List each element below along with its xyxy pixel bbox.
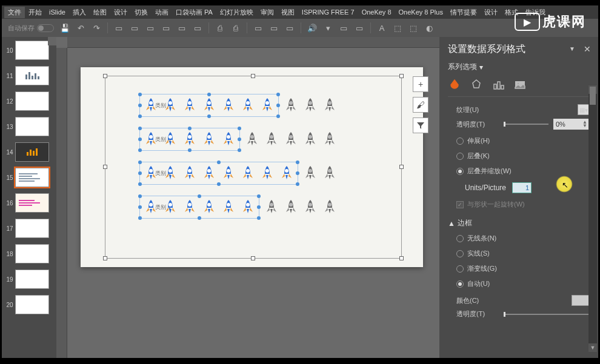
size-tab-icon[interactable] [492,78,505,91]
bar-group[interactable]: 类别 2 [139,160,337,187]
bar-group[interactable]: 类别 1 [139,194,337,220]
tool-icon[interactable]: ▾ [323,23,333,33]
grey-series-bar[interactable] [303,162,337,184]
border-section[interactable]: ▲边框 [448,218,590,228]
series-handle[interactable] [198,216,201,220]
menu-item[interactable]: 绘图 [90,7,110,18]
menu-item[interactable]: 插入 [69,7,90,18]
stack-radio[interactable]: 层叠(K) [448,148,590,164]
chart-plus-button[interactable]: + [413,76,428,92]
fill-tab-icon[interactable] [448,78,461,91]
menu-item[interactable]: ISPRING FREE 7 [298,7,358,17]
tool-icon[interactable]: ▭ [193,23,202,33]
series-handle[interactable] [138,104,142,107]
series-handle[interactable] [276,114,280,118]
resize-handle[interactable] [251,74,255,78]
slide-thumbnail[interactable] [15,244,49,263]
slide-thumbnail[interactable] [15,91,49,111]
series-handle[interactable] [198,194,201,198]
thumbnail-row[interactable]: 17 [4,219,54,238]
resize-handle[interactable] [399,256,404,260]
chart-brush-button[interactable]: 🖌 [413,97,428,113]
tool-icon[interactable]: ▭ [130,23,139,33]
blue-series-bar[interactable] [139,196,259,219]
series-handle[interactable] [257,205,261,209]
panel-scrollbar[interactable]: ▲ ▼ [588,85,597,352]
tool-icon[interactable]: ⎙ [231,23,241,33]
tool-icon[interactable]: ▭ [285,23,295,33]
undo-icon[interactable]: ↶ [76,23,85,33]
series-handle[interactable] [238,148,241,152]
spin-arrows-icon[interactable]: ▲▼ [582,121,587,128]
texture-button[interactable]: ▦▾ [578,104,590,115]
slide-thumbnail[interactable] [15,41,49,60]
series-handle[interactable] [296,182,299,186]
color-button[interactable]: ✎▾ [572,295,590,306]
panel-close-button[interactable]: ✕ [584,44,591,54]
scroll-down-icon[interactable]: ▼ [588,343,597,352]
series-handle[interactable] [138,114,142,118]
series-handle[interactable] [188,148,192,152]
series-options-dropdown[interactable]: 系列选项 ▾ [448,62,590,72]
transparency2-slider[interactable] [504,314,590,315]
tool-icon[interactable]: ▭ [339,23,348,33]
slider-thumb[interactable] [504,122,505,127]
sound-icon[interactable]: 🔊 [307,23,317,33]
series-handle[interactable] [138,148,142,152]
series-handle[interactable] [217,182,221,186]
effects-tab-icon[interactable] [470,78,483,91]
blue-series-bar[interactable] [139,128,240,151]
thumbnail-row[interactable]: 11 [4,66,54,85]
series-handle[interactable] [188,127,192,130]
thumbnail-row[interactable]: 12 [4,91,54,111]
series-handle[interactable] [276,93,280,96]
menu-item[interactable]: 开始 [25,7,45,18]
slide-thumbnails[interactable]: 1011121314151617181920 [2,37,56,358]
menu-item[interactable]: 情节提要 [447,7,481,18]
thumbnail-row[interactable]: 14 [4,142,54,162]
series-handle[interactable] [138,93,142,96]
series-handle[interactable] [207,93,211,96]
thumbnail-row[interactable]: 19 [4,270,54,289]
slide-thumbnail[interactable] [15,142,49,162]
series-handle[interactable] [238,137,241,141]
redo-icon[interactable]: ↷ [92,23,101,33]
thumbnail-row[interactable]: 16 [4,193,54,213]
series-handle[interactable] [296,160,299,164]
menu-item[interactable]: 动画 [152,7,172,18]
menu-item[interactable]: OneKey 8 Plus [395,7,447,17]
series-handle[interactable] [138,182,142,186]
tool-icon[interactable]: ▭ [269,23,279,33]
series-handle[interactable] [138,194,142,198]
tool-icon[interactable]: ⬚ [393,23,402,33]
slide[interactable]: 类别 4类别 3类别 2类别 1 [81,67,423,267]
transparency-spinbox[interactable]: 0%▲▼ [553,119,590,130]
series-handle[interactable] [138,127,142,130]
grey-series-bar[interactable] [264,196,337,218]
tool-icon[interactable]: ▭ [177,23,187,33]
bar-group[interactable]: 类别 3 [139,126,337,153]
tool-icon[interactable]: ▭ [114,23,124,33]
solid-radio[interactable]: 实线(S) [448,246,590,261]
thumbnail-row[interactable]: 18 [4,244,54,263]
bar-group[interactable]: 类别 4 [139,92,337,119]
series-handle[interactable] [138,171,142,175]
save-icon[interactable]: 💾 [60,23,70,33]
series-handle[interactable] [257,194,261,198]
slide-thumbnail[interactable] [15,193,49,213]
slide-thumbnail[interactable] [15,295,49,314]
stretch-radio[interactable]: 伸展(H) [448,133,590,148]
slide-thumbnail[interactable] [15,270,49,289]
tool-icon[interactable]: ▭ [253,23,263,33]
font-icon[interactable]: A [377,23,387,33]
tool-icon[interactable]: ◐ [424,23,434,33]
menu-item[interactable]: 视图 [278,7,298,18]
slide-thumbnail[interactable] [15,117,49,136]
blue-series-bar[interactable] [139,162,298,185]
tool-icon[interactable]: ▭ [355,23,364,33]
series-handle[interactable] [207,114,211,118]
resize-handle[interactable] [399,165,404,169]
resize-handle[interactable] [251,256,255,260]
resize-handle[interactable] [399,74,404,78]
menu-item[interactable]: 设计 [110,7,131,18]
